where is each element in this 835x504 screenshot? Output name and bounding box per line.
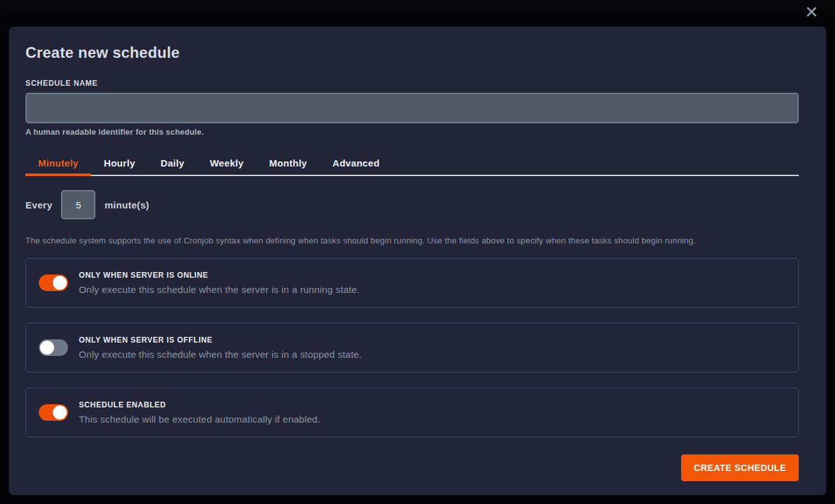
interval-suffix-label: minute(s) xyxy=(104,200,149,210)
only-online-description: Only execute this schedule when the serv… xyxy=(79,284,360,295)
close-icon[interactable]: ✕ xyxy=(804,4,818,20)
interval-prefix-label: Every xyxy=(25,200,52,210)
create-schedule-button[interactable]: CREATE SCHEDULE xyxy=(681,454,799,481)
interval-row: Every minute(s) xyxy=(25,190,799,219)
toggle-card-only-online: ONLY WHEN SERVER IS ONLINE Only execute … xyxy=(25,258,799,308)
tab-advanced[interactable]: Advanced xyxy=(320,152,392,176)
toggle-card-schedule-enabled: SCHEDULE ENABLED This schedule will be e… xyxy=(25,388,799,437)
schedule-enabled-label: SCHEDULE ENABLED xyxy=(79,400,321,409)
schedule-frequency-tabs: Minutely Hourly Daily Weekly Monthly Adv… xyxy=(25,152,799,176)
modal-footer: CREATE SCHEDULE xyxy=(25,454,799,481)
create-schedule-modal: Create new schedule SCHEDULE NAME A huma… xyxy=(9,27,826,495)
tab-hourly[interactable]: Hourly xyxy=(91,152,148,176)
only-online-toggle[interactable] xyxy=(39,275,68,291)
toggle-knob xyxy=(53,405,67,419)
tab-daily[interactable]: Daily xyxy=(148,152,197,176)
toggle-knob xyxy=(40,341,54,355)
tab-minutely[interactable]: Minutely xyxy=(25,152,91,176)
only-offline-description: Only execute this schedule when the serv… xyxy=(79,349,362,360)
schedule-name-help: A human readable identifier for this sch… xyxy=(25,128,799,137)
only-offline-toggle[interactable] xyxy=(39,339,68,356)
schedule-name-input[interactable] xyxy=(25,93,799,123)
tab-weekly[interactable]: Weekly xyxy=(197,152,256,176)
schedule-name-label: SCHEDULE NAME xyxy=(25,79,799,88)
page-title: Create new schedule xyxy=(25,43,799,62)
cron-help-text: The schedule system supports the use of … xyxy=(25,236,799,245)
interval-minutes-input[interactable] xyxy=(61,190,95,219)
schedule-enabled-toggle[interactable] xyxy=(39,404,68,421)
only-offline-label: ONLY WHEN SERVER IS OFFLINE xyxy=(79,336,362,344)
toggle-card-only-offline: ONLY WHEN SERVER IS OFFLINE Only execute… xyxy=(25,323,799,372)
tab-monthly[interactable]: Monthly xyxy=(256,152,320,176)
toggle-knob xyxy=(53,276,67,290)
only-online-label: ONLY WHEN SERVER IS ONLINE xyxy=(79,271,360,280)
schedule-enabled-description: This schedule will be executed automatic… xyxy=(79,414,321,425)
